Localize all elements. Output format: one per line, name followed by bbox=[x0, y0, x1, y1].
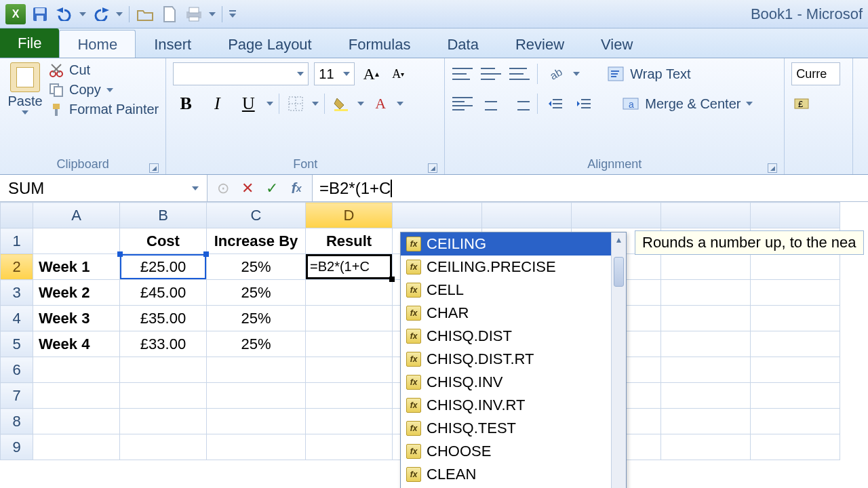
col-header-d[interactable]: D bbox=[306, 203, 393, 228]
cell-d1[interactable]: Result bbox=[306, 228, 393, 254]
align-right-button[interactable] bbox=[509, 92, 530, 115]
cell-b3[interactable]: £45.00 bbox=[120, 280, 207, 306]
paste-button[interactable] bbox=[10, 62, 40, 92]
cut-button[interactable]: Cut bbox=[49, 62, 159, 78]
enter-button[interactable]: ✓ bbox=[260, 177, 283, 200]
redo-button[interactable] bbox=[90, 3, 113, 25]
tab-home[interactable]: Home bbox=[59, 30, 136, 58]
ac-item-choose[interactable]: fxCHOOSE bbox=[401, 440, 626, 463]
cell-a5[interactable]: Week 4 bbox=[33, 331, 120, 357]
cell-a2[interactable]: Week 1 bbox=[33, 254, 120, 280]
cell-c3[interactable]: 25% bbox=[207, 280, 306, 306]
paste-label[interactable]: Paste bbox=[7, 94, 42, 109]
undo-button[interactable] bbox=[53, 3, 76, 25]
undo-dropdown[interactable] bbox=[77, 3, 88, 25]
cell-b5[interactable]: £33.00 bbox=[120, 331, 207, 357]
align-left-button[interactable] bbox=[452, 92, 473, 115]
tab-data[interactable]: Data bbox=[429, 30, 496, 58]
cell-c5[interactable]: 25% bbox=[207, 331, 306, 357]
ac-item-cell[interactable]: fxCELL bbox=[401, 279, 626, 302]
merge-center-button[interactable]: a Merge & Center bbox=[622, 96, 753, 112]
tab-formulas[interactable]: Formulas bbox=[330, 30, 429, 58]
cell-b2[interactable]: £25.00 bbox=[120, 254, 207, 280]
orientation-dropdown[interactable] bbox=[573, 72, 580, 76]
ac-item-chisqinvrt[interactable]: fxCHISQ.INV.RT bbox=[401, 394, 626, 417]
borders-button[interactable] bbox=[285, 92, 307, 115]
range-finder-icon[interactable]: ⊙ bbox=[212, 177, 235, 200]
number-format-combo[interactable]: Curre bbox=[791, 62, 840, 85]
cancel-button[interactable]: ✕ bbox=[236, 177, 259, 200]
cell-b4[interactable]: £35.00 bbox=[120, 306, 207, 331]
cell-a3[interactable]: Week 2 bbox=[33, 280, 120, 306]
col-header-c[interactable]: C bbox=[207, 203, 306, 228]
alignment-dialog-launcher[interactable]: ◢ bbox=[768, 163, 777, 173]
save-button[interactable] bbox=[28, 3, 52, 25]
paste-dropdown-icon[interactable] bbox=[22, 110, 28, 115]
font-size-combo[interactable]: 11 bbox=[314, 62, 355, 85]
tab-review[interactable]: Review bbox=[497, 30, 583, 58]
ac-scrollbar[interactable]: ▲ ▼ bbox=[611, 232, 626, 488]
insert-function-button[interactable]: fx bbox=[285, 177, 308, 200]
underline-button[interactable]: U bbox=[235, 92, 261, 115]
row-header-1[interactable]: 1 bbox=[1, 228, 33, 254]
cell-a4[interactable]: Week 3 bbox=[33, 306, 120, 331]
font-name-combo[interactable] bbox=[173, 62, 309, 85]
redo-dropdown[interactable] bbox=[114, 3, 125, 25]
fill-color-button[interactable] bbox=[330, 92, 352, 115]
row-header-5[interactable]: 5 bbox=[1, 331, 33, 357]
grow-font-button[interactable]: A▴ bbox=[360, 62, 382, 85]
shrink-font-button[interactable]: A▾ bbox=[387, 62, 409, 85]
qat-customize[interactable] bbox=[226, 3, 239, 25]
bold-button[interactable]: B bbox=[173, 92, 199, 115]
underline-dropdown[interactable] bbox=[267, 102, 273, 106]
tab-insert[interactable]: Insert bbox=[136, 30, 210, 58]
accounting-format-button[interactable]: £ bbox=[791, 92, 813, 115]
ac-item-char[interactable]: fxCHAR bbox=[401, 302, 626, 325]
cell-c1[interactable]: Increase By bbox=[207, 228, 306, 254]
ac-item-clean[interactable]: fxCLEAN bbox=[401, 463, 626, 486]
align-center-button[interactable] bbox=[480, 92, 502, 115]
copy-button[interactable]: Copy bbox=[49, 82, 159, 98]
decrease-indent-button[interactable] bbox=[545, 92, 566, 115]
name-box[interactable]: SUM bbox=[0, 175, 208, 201]
col-header-e[interactable] bbox=[393, 203, 482, 228]
ac-item-chisqdistrt[interactable]: fxCHISQ.DIST.RT bbox=[401, 348, 626, 371]
print-button[interactable] bbox=[182, 3, 205, 25]
worksheet-grid[interactable]: A B C D 1 Cost Increase By Result 2 Week… bbox=[0, 202, 868, 460]
scroll-thumb[interactable] bbox=[614, 257, 624, 287]
open-button[interactable] bbox=[134, 3, 157, 25]
tab-view[interactable]: View bbox=[583, 30, 651, 58]
cell-b1[interactable]: Cost bbox=[120, 228, 207, 254]
borders-dropdown[interactable] bbox=[312, 102, 319, 106]
formula-input[interactable]: =B2*(1+C bbox=[312, 175, 868, 201]
wrap-text-button[interactable]: Wrap Text bbox=[607, 66, 690, 82]
increase-indent-button[interactable] bbox=[573, 92, 595, 115]
align-top-button[interactable] bbox=[452, 62, 473, 85]
clipboard-dialog-launcher[interactable]: ◢ bbox=[149, 163, 159, 173]
select-all-corner[interactable] bbox=[1, 203, 33, 228]
font-dialog-launcher[interactable]: ◢ bbox=[428, 163, 437, 173]
cell-c4[interactable]: 25% bbox=[207, 306, 306, 331]
tab-file[interactable]: File bbox=[0, 28, 59, 58]
ac-item-chisqtest[interactable]: fxCHISQ.TEST bbox=[401, 417, 626, 440]
tab-page-layout[interactable]: Page Layout bbox=[210, 30, 330, 58]
col-header-b[interactable]: B bbox=[120, 203, 207, 228]
col-header-a[interactable]: A bbox=[33, 203, 120, 228]
print-dropdown[interactable] bbox=[207, 3, 218, 25]
row-header-3[interactable]: 3 bbox=[1, 280, 33, 306]
ac-item-chisqdist[interactable]: fxCHISQ.DIST bbox=[401, 325, 626, 348]
ac-item-ceiling-precise[interactable]: fxCEILING.PRECISE bbox=[401, 256, 626, 279]
cell-c2[interactable]: 25% bbox=[207, 254, 306, 280]
ac-item-chisqinv[interactable]: fxCHISQ.INV bbox=[401, 371, 626, 394]
col-header-f[interactable] bbox=[482, 203, 572, 228]
italic-button[interactable]: I bbox=[204, 92, 230, 115]
font-color-button[interactable]: A bbox=[370, 92, 391, 115]
align-bottom-button[interactable] bbox=[509, 62, 530, 85]
align-middle-button[interactable] bbox=[480, 62, 502, 85]
ac-item-ceiling[interactable]: fxCEILING bbox=[401, 232, 626, 256]
excel-logo[interactable]: X bbox=[4, 3, 27, 25]
orientation-button[interactable]: ab bbox=[545, 62, 566, 85]
cell-d2-editing[interactable]: =B2*(1+C bbox=[306, 254, 393, 280]
format-painter-button[interactable]: Format Painter bbox=[49, 102, 159, 117]
new-button[interactable] bbox=[158, 3, 181, 25]
